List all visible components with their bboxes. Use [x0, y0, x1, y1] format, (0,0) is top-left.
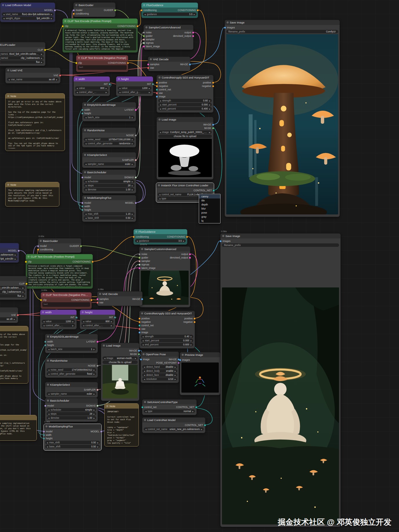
port-dot-icon[interactable] [212, 124, 214, 126]
decrement-arrow-icon[interactable]: ◀ [83, 325, 84, 327]
input-port-samples[interactable]: samples [148, 63, 159, 66]
decrement-arrow-icon[interactable]: ◀ [48, 348, 50, 350]
widget-strength[interactable]: ◀strength0.40▶ [141, 335, 193, 338]
output-port-model[interactable]: MODEL [8, 249, 19, 252]
collapse-toggle-icon[interactable] [84, 171, 86, 173]
node-load-vae[interactable]: Load VAEVAE◀vae_nameae.sft▶ [5, 68, 61, 83]
input-port-sampler[interactable]: sampler [139, 259, 156, 263]
input-port-vae[interactable]: vae [157, 91, 171, 95]
output-port-sigmas[interactable]: SIGMAS [124, 176, 136, 179]
decrement-arrow-icon[interactable]: ◀ [85, 139, 87, 141]
increment-arrow-icon[interactable]: ▶ [22, 295, 24, 297]
node-load-vae[interactable]: Load VAEVAE◀vae_nameae.sft▶ [0, 307, 18, 323]
output-port-clip[interactable]: CLIP [19, 282, 27, 285]
increment-arrow-icon[interactable]: ▶ [72, 320, 74, 323]
node-note[interactable]: NoteIMPORTANT! Correct controlnet type t… [104, 403, 139, 447]
collapse-toggle-icon[interactable] [158, 76, 161, 79]
collapse-toggle-icon[interactable] [118, 78, 120, 80]
widget-base-shift[interactable]: ◀base_shift0.50▶ [84, 216, 134, 220]
input-port-model[interactable]: model [44, 430, 52, 433]
collapse-toggle-icon[interactable] [227, 21, 229, 23]
port-dot-icon[interactable] [75, 62, 77, 64]
output-port-positive[interactable]: positive [202, 81, 213, 84]
node-ksamplerselect[interactable]: KSamplerSelectSAMPLER◀sampler_nameeuler▶ [82, 152, 136, 168]
increment-arrow-icon[interactable]: ▶ [93, 409, 95, 411]
widget-guidance[interactable]: ◀guidance3.5▶ [135, 239, 186, 243]
increment-arrow-icon[interactable]: ▶ [93, 348, 95, 350]
decrement-arrow-icon[interactable]: ◀ [48, 369, 50, 371]
node-samplercustomadvanced[interactable]: 19.67sSamplerCustomAdvancednoiseguidersa… [139, 246, 190, 307]
output-port-conditioning[interactable]: CONDITIONING [72, 260, 93, 263]
widget-vae-name[interactable]: ◀vae_nameae.sft▶ [0, 317, 17, 321]
input-port-height[interactable]: height [82, 112, 91, 115]
collapse-toggle-icon[interactable] [64, 20, 66, 22]
note-text[interactable]: The reference sampling implementation au… [0, 422, 35, 438]
input-port-clip[interactable]: clip [41, 298, 47, 302]
port-dot-icon[interactable] [189, 253, 191, 255]
collapse-toggle-icon[interactable] [47, 336, 49, 338]
input-port-model[interactable]: model [82, 201, 91, 205]
node-load-diffusion-model[interactable]: Load Diffusion ModelMODEL◀unet_nameflux1… [0, 243, 19, 263]
node-fluxguidance[interactable]: FluxGuidanceconditioningCONDITIONING◀gui… [141, 2, 198, 18]
node-basicguider[interactable]: 0.00sBasicGuidermodelconditioningGUIDER [38, 238, 81, 253]
decrement-arrow-icon[interactable]: ◀ [85, 213, 87, 215]
node-width[interactable]: widthINT◀value1200▶◀control_after_genera… [40, 309, 77, 329]
port-dot-icon[interactable] [37, 249, 39, 251]
port-dot-icon[interactable] [127, 62, 129, 64]
port-dot-icon[interactable] [135, 134, 137, 136]
input-port-guider[interactable]: guider [139, 256, 156, 259]
port-dot-icon[interactable] [197, 9, 199, 11]
port-dot-icon[interactable] [143, 32, 145, 34]
port-dot-icon[interactable] [139, 318, 141, 320]
increment-arrow-icon[interactable]: ▶ [149, 91, 150, 93]
collapse-toggle-icon[interactable] [7, 69, 9, 71]
decrement-arrow-icon[interactable]: ◀ [159, 198, 161, 200]
port-dot-icon[interactable] [224, 27, 226, 29]
port-dot-icon[interactable] [43, 434, 45, 436]
port-dot-icon[interactable] [220, 240, 222, 242]
increment-arrow-icon[interactable]: ▶ [97, 446, 99, 448]
collapse-toggle-icon[interactable] [103, 345, 105, 347]
port-dot-icon[interactable] [81, 205, 83, 207]
collapse-toggle-icon[interactable] [75, 4, 77, 6]
input-port-model[interactable]: model [74, 8, 89, 12]
port-dot-icon[interactable] [43, 438, 45, 440]
widget-detect-face[interactable]: ◀detect_facedisable▶ [142, 373, 177, 377]
dropdown-item-pose[interactable]: pose [199, 211, 220, 215]
port-dot-icon[interactable] [75, 316, 77, 318]
decrement-arrow-icon[interactable]: ◀ [142, 340, 144, 342]
input-port-clip[interactable]: clip [76, 61, 82, 65]
node-note[interactable]: NoteThe reference sampling implementatio… [5, 182, 59, 207]
collapse-toggle-icon[interactable] [84, 104, 86, 106]
collapse-toggle-icon[interactable] [82, 311, 84, 313]
input-port-clip[interactable]: clip [26, 260, 32, 263]
decrement-arrow-icon[interactable]: ◀ [145, 428, 147, 430]
collapse-toggle-icon[interactable] [47, 384, 49, 386]
port-dot-icon[interactable] [138, 350, 140, 352]
output-port-latent[interactable]: LATENT [86, 340, 98, 343]
port-dot-icon[interactable] [178, 362, 180, 364]
input-port-clip[interactable]: clip [63, 24, 68, 28]
port-dot-icon[interactable] [59, 74, 61, 76]
increment-arrow-icon[interactable]: ▶ [41, 57, 42, 59]
node-dualcliploader[interactable]: DualCLIPLoaderCLIP◀clip_name1t5xxl_fp8_e… [0, 42, 45, 66]
prompt-textarea[interactable]: A whimsical fantasy scene featuring a to… [64, 28, 136, 50]
node-basicscheduler[interactable]: BasicSchedulermodelSIGMAS◀schedulersimpl… [45, 398, 98, 422]
widget-clip-name1[interactable]: ◀clip_name1t5xxl_fp8_e4m3fn.safetensors▶ [0, 286, 25, 289]
port-dot-icon[interactable] [212, 82, 214, 84]
input-port-width[interactable]: width [44, 433, 52, 437]
input-port-conditioning[interactable]: conditioning [38, 248, 53, 251]
node-fluxguidance[interactable]: FluxGuidanceconditioningCONDITIONING◀gui… [133, 229, 187, 245]
port-dot-icon[interactable] [141, 298, 143, 300]
collapse-toggle-icon[interactable] [158, 119, 161, 121]
port-dot-icon[interactable] [44, 344, 46, 346]
widget-end-percent[interactable]: ◀end_percent0.600▶ [141, 343, 193, 346]
output-port-int[interactable]: INT [104, 82, 110, 86]
widget-detect-body[interactable]: ◀detect_bodyenable▶ [142, 369, 177, 373]
port-dot-icon[interactable] [143, 35, 145, 37]
collapse-toggle-icon[interactable] [182, 354, 184, 356]
widget-type[interactable]: ◀typenormal▶ [144, 409, 195, 413]
port-dot-icon[interactable] [81, 209, 83, 211]
port-dot-icon[interactable] [139, 328, 141, 330]
collapse-toggle-icon[interactable] [43, 294, 45, 296]
